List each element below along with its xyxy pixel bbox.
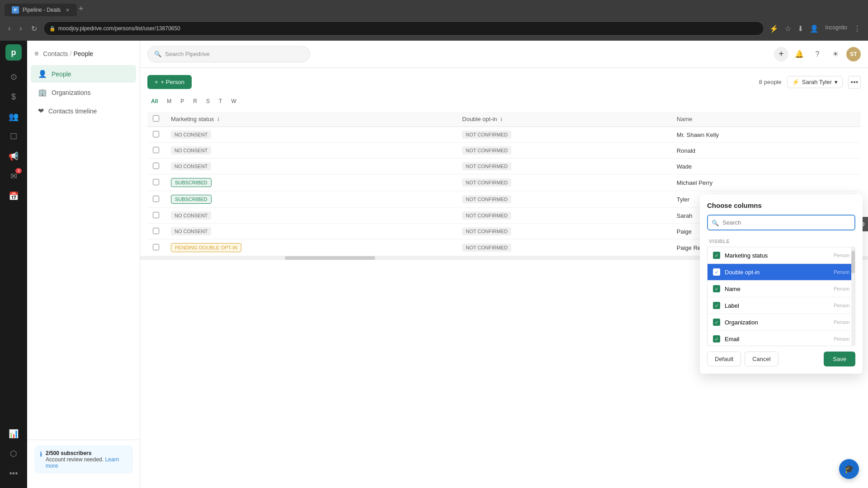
marketing-status-badge: NO CONSENT [171,227,211,235]
column-item-email[interactable]: ✓ Email Person [708,331,855,346]
help-button[interactable]: ? [810,47,825,61]
alpha-btn-w[interactable]: W [227,96,240,106]
marketing-status-info-icon[interactable]: ℹ [217,117,219,122]
help-widget-button[interactable]: 🎓 [839,459,859,479]
main-sidebar: ≡ Contacts / People 👤 People 🏢 Organizat… [27,41,140,488]
url-text: moodjoy.pipedrive.com/persons/list/user/… [58,25,180,32]
row-checkbox[interactable] [153,212,159,218]
app-logo[interactable]: p [5,44,22,61]
nav-icon-calendar[interactable]: 📅 [5,187,23,205]
tab-close-button[interactable]: ✕ [66,7,70,13]
alpha-btn-r[interactable]: R [189,96,201,106]
column-check-name: ✓ [713,285,720,292]
add-new-button[interactable]: + [774,47,788,61]
column-search-input[interactable] [707,215,855,230]
row-checkbox[interactable] [153,163,159,169]
filter-label: Sarah Tyler [802,79,832,85]
double-opt-in-badge: NOT CONFIRMED [462,146,511,155]
table-row: NO CONSENT NOT CONFIRMED Wade [147,159,861,174]
cancel-button[interactable]: Cancel [745,352,778,366]
alpha-btn-all[interactable]: All [147,96,161,106]
row-checkbox[interactable] [153,228,159,234]
back-button[interactable]: ‹ [5,23,13,34]
nav-icon-inbox[interactable]: ✉ 3 [5,167,23,185]
top-actions: + 🔔 ? ☀ ST [774,47,861,61]
menu-toggle-button[interactable]: ≡ [34,50,38,58]
column-item-double-opt-in[interactable]: ✓ Double opt-in Person [708,264,855,281]
nav-icon-home[interactable]: ⊙ [5,68,23,86]
address-bar[interactable]: 🔒 moodjoy.pipedrive.com/persons/list/use… [43,21,764,36]
download-icon[interactable]: ⬇ [796,23,805,35]
nav-icon-marketing[interactable]: 📢 [5,147,23,165]
sidebar-item-people[interactable]: 👤 People [31,65,136,83]
double-opt-in-badge: NOT CONFIRMED [462,178,511,187]
active-browser-tab[interactable]: P Pipeline - Deals ✕ [5,4,77,16]
notifications-button[interactable]: 🔔 [792,47,807,61]
search-placeholder-text: Search Pipedrive [165,51,210,57]
extensions-icon[interactable]: ⚡ [768,23,780,35]
breadcrumb: Contacts / People [43,50,93,57]
column-name-double-opt-in: Double opt-in [725,269,834,276]
nav-icon-activities[interactable]: ☐ [5,127,23,145]
save-button[interactable]: Save [824,352,855,366]
row-checkbox[interactable] [153,179,159,185]
column-type-marketing-status: Person [834,253,849,258]
marketing-status-header: Marketing status ℹ [165,112,457,127]
tab-favicon: P [12,6,19,14]
alpha-btn-t[interactable]: T [215,96,226,106]
bookmark-icon[interactable]: ☆ [783,23,793,35]
nav-icon-more[interactable]: ••• [5,465,23,483]
column-list-scroll-thumb [851,251,855,273]
column-name-marketing-status: Marketing status [725,252,834,259]
column-item-name[interactable]: ✓ Name Person [708,281,855,297]
more-options-button[interactable]: ••• [848,76,861,89]
column-item-label[interactable]: ✓ Label Person [708,297,855,314]
row-checkbox[interactable] [153,196,159,202]
alpha-btn-s[interactable]: S [203,96,213,106]
double-opt-in-info-icon[interactable]: ℹ [500,117,502,122]
nav-icon-reports[interactable]: 📊 [5,425,23,443]
refresh-button[interactable]: ↻ [28,23,40,35]
global-search-bar[interactable]: 🔍 Search Pipedrive [147,46,310,62]
column-type-name: Person [834,286,849,291]
sidebar-item-organizations[interactable]: 🏢 Organizations [31,84,136,101]
column-list-scrollbar[interactable] [851,247,855,346]
menu-dots[interactable]: ⋮ [852,23,863,35]
filter-dropdown[interactable]: ⚡ Sarah Tyler ▾ [787,76,843,88]
sidebar-timeline-label: Contacts timeline [48,108,97,115]
icon-sidebar: p ⊙ $ 👥 ☐ 📢 ✉ 3 📅 📊 ⬡ ••• [0,41,27,488]
people-icon: 👤 [38,70,47,78]
nav-icon-integrations[interactable]: ⬡ [5,445,23,463]
forward-button[interactable]: › [17,23,24,34]
people-count-bar: 8 people ⚡ Sarah Tyler ▾ ••• [759,76,861,89]
theme-toggle-button[interactable]: ☀ [828,47,843,61]
marketing-status-badge: NO CONSENT [171,146,211,155]
subscriber-info-panel: ℹ 2/500 subscribers Account review neede… [34,446,133,474]
alpha-btn-m[interactable]: M [163,96,175,106]
tab-title: Pipeline - Deals [23,7,61,13]
column-item-organization[interactable]: ✓ Organization Person [708,314,855,331]
column-item-marketing-status[interactable]: ✓ Marketing status Person [708,247,855,264]
add-person-button[interactable]: + + Person [147,75,192,89]
nav-icon-contacts[interactable]: 👥 [5,108,23,126]
column-check-organization: ✓ [713,319,720,326]
table-row: SUBSCRIBED NOT CONFIRMED Michael Perry [147,174,861,191]
row-checkbox[interactable] [153,131,159,137]
row-checkbox[interactable] [153,244,159,250]
nav-icon-deals[interactable]: $ [5,88,23,106]
column-name-label: Label [725,302,834,309]
alpha-btn-p[interactable]: P [177,96,188,106]
scroll-thumb[interactable] [285,256,375,260]
select-all-checkbox[interactable] [153,115,159,122]
row-checkbox[interactable] [153,147,159,153]
column-name-email: Email [725,336,834,343]
sidebar-item-contacts-timeline[interactable]: ❤ Contacts timeline [31,102,136,120]
default-button[interactable]: Default [707,352,741,366]
choose-columns-panel: Choose columns 🔍 VISIBLE ✓ Marketing sta… [700,194,863,374]
user-avatar[interactable]: ST [846,47,861,61]
profile-icon[interactable]: 👤 [808,23,821,35]
incognito-label: Incognito [823,23,849,35]
column-list: ✓ Marketing status Person ✓ Double opt-i… [707,247,855,346]
column-search-wrap: 🔍 [707,215,855,230]
new-tab-button[interactable]: + [79,4,84,16]
